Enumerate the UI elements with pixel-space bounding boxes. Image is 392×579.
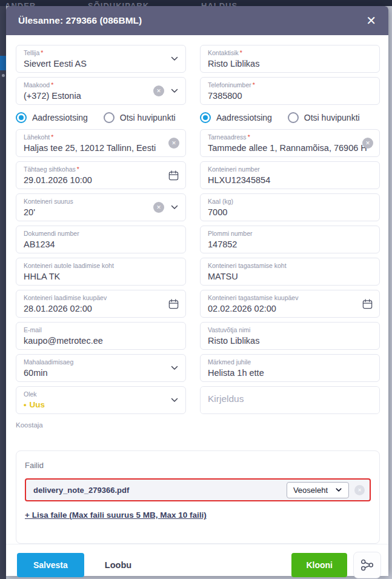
- required-asterisk: *: [240, 49, 242, 56]
- kirjeldus-textarea[interactable]: [200, 386, 380, 414]
- lahekoht-field[interactable]: Lähekoht* Haljas tee 25, 12012 Tallinn, …: [16, 129, 186, 157]
- email-field[interactable]: E-mail kaupo@metrotec.ee: [16, 322, 186, 350]
- field-value: Risto Liblikas: [208, 58, 372, 70]
- field-label: Vastuvõtja nimi: [208, 326, 372, 334]
- required-asterisk: *: [248, 133, 250, 141]
- modal-title: Ülesanne: 279366 (086BML): [18, 15, 142, 26]
- markmed-juhile-field[interactable]: Märkmed juhile Helista 1h ette: [200, 354, 380, 382]
- field-label: Märkmed juhile: [208, 358, 372, 366]
- field-value: Tammede allee 1, Rannamõisa, 76906 H: [208, 142, 372, 154]
- kaal-field[interactable]: Kaal (kg) 7000: [200, 193, 380, 221]
- destination-radio-otsi-huvipunkti[interactable]: Otsi huvipunkti: [288, 112, 360, 123]
- olek-select-field[interactable]: Olek •Uus: [16, 386, 186, 414]
- kirjeldus-input[interactable]: [201, 387, 379, 413]
- close-icon[interactable]: ✕: [366, 15, 376, 27]
- clear-icon[interactable]: ✕: [153, 202, 164, 213]
- modal-header: Ülesanne: 279366 (086BML) ✕: [6, 6, 388, 35]
- field-label: Tellija*: [24, 49, 178, 57]
- radio-unselected-icon: [288, 112, 299, 123]
- share-button[interactable]: [353, 552, 381, 578]
- files-section-label: Failid: [25, 461, 371, 470]
- chevron-down-icon[interactable]: [170, 54, 179, 64]
- konteineri-suurus-select-field[interactable]: Konteineri suurus 20' ✕: [16, 193, 186, 221]
- file-row: delivery_note_279366.pdf Veoseleht ✕: [25, 478, 371, 501]
- share-network-icon: [360, 558, 374, 572]
- chevron-down-icon[interactable]: [170, 363, 179, 373]
- laadimise-kuupaev-field[interactable]: Konteineri laadimise kuupäev 28.01.2026 …: [16, 290, 186, 318]
- field-value: Haljas tee 25, 12012 Tallinn, Eesti: [24, 142, 178, 154]
- field-value: Risto Liblikas: [208, 335, 372, 347]
- modal-body: Tellija* Sievert Eesti AS Kontaktisik* R…: [6, 35, 388, 544]
- field-value: 7000: [208, 206, 372, 218]
- field-label: Konteineri tagastamise koht: [208, 262, 372, 270]
- field-label: Dokumendi number: [24, 230, 178, 238]
- chevron-down-icon[interactable]: [170, 395, 179, 405]
- field-label: Kontaktisik*: [208, 49, 372, 57]
- plommi-number-field[interactable]: Plommi number 147852: [200, 226, 380, 253]
- kontaktisik-field[interactable]: Kontaktisik* Risto Liblikas: [200, 45, 380, 73]
- calendar-icon[interactable]: [168, 170, 179, 181]
- field-label: Konteineri number: [208, 166, 372, 173]
- laadimise-koht-field[interactable]: Konteineri autole laadimise koht HHLA TK: [16, 258, 186, 286]
- required-asterisk: *: [77, 166, 79, 173]
- save-button[interactable]: Salvesta: [17, 553, 84, 577]
- field-label: Kaal (kg): [208, 198, 372, 206]
- origin-radio-otsi-huvipunkti[interactable]: Otsi huvipunkti: [104, 112, 176, 123]
- modal-footer: Salvesta Loobu Klooni: [6, 544, 388, 579]
- destination-radio-aadressiotsing[interactable]: Aadressiotsing: [200, 112, 272, 123]
- clear-icon[interactable]: ✕: [153, 85, 164, 96]
- konteineri-number-field[interactable]: Konteineri number HLXU12345854: [200, 161, 380, 189]
- tagastamise-koht-field[interactable]: Konteineri tagastamise koht MATSU: [200, 258, 380, 286]
- required-asterisk: *: [41, 49, 43, 56]
- field-label: Konteineri laadimise kuupäev: [24, 294, 178, 302]
- field-label: Lähekoht*: [24, 133, 178, 141]
- file-name: delivery_note_279366.pdf: [33, 486, 287, 495]
- chevron-down-icon[interactable]: [170, 86, 179, 96]
- cancel-button[interactable]: Loobu: [105, 560, 131, 570]
- maakood-select-field[interactable]: Maakood* (+372) Estonia ✕: [16, 77, 186, 105]
- remove-file-icon[interactable]: ✕: [354, 485, 365, 495]
- chevron-down-icon[interactable]: [170, 202, 179, 212]
- field-label: Konteineri autole laadimise koht: [24, 262, 178, 270]
- field-value: HLXU12345854: [208, 174, 372, 186]
- field-label: Konteineri tagastamise kuupäev: [208, 294, 372, 302]
- required-asterisk: *: [51, 81, 53, 89]
- dokumendi-number-field[interactable]: Dokumendi number AB1234: [16, 226, 186, 253]
- background-nav-item: ANDER: [5, 1, 36, 6]
- radio-selected-icon: [200, 112, 211, 123]
- clear-icon[interactable]: ✕: [168, 138, 179, 149]
- tarneaadress-field[interactable]: Tarneaadress* Tammede allee 1, Rannamõis…: [200, 129, 380, 157]
- file-type-select[interactable]: Veoseleht: [287, 482, 349, 498]
- form-grid: Tellija* Sievert Eesti AS Kontaktisik* R…: [16, 45, 380, 414]
- tellija-select-field[interactable]: Tellija* Sievert Eesti AS: [16, 45, 186, 73]
- field-label: Tarneaadress*: [208, 133, 372, 141]
- origin-radio-aadressiotsing[interactable]: Aadressiotsing: [16, 112, 88, 123]
- telefoninumber-field[interactable]: Telefoninumber* 7385800: [200, 77, 380, 105]
- calendar-icon[interactable]: [362, 298, 373, 310]
- field-value: 29.01.2026 10:00: [24, 174, 178, 186]
- status-dot-icon: •: [24, 400, 27, 409]
- background-nav-item: HALDUS: [201, 1, 238, 6]
- field-value: 147852: [208, 238, 372, 250]
- tagastamise-kuupaev-field[interactable]: Konteineri tagastamise kuupäev 02.02.202…: [200, 290, 380, 318]
- background-navbar: ANDER SÕIDUKIPARK HALDUS: [0, 0, 392, 6]
- status-badge: •Uus: [24, 399, 178, 411]
- field-value: MATSU: [208, 270, 372, 283]
- clear-icon[interactable]: ✕: [362, 138, 373, 149]
- background-sidebar: [0, 6, 6, 579]
- add-files-link[interactable]: + Lisa faile (Max faili suurus 5 MB, Max…: [25, 510, 207, 520]
- field-label: Plommi number: [208, 230, 372, 238]
- clone-button[interactable]: Klooni: [291, 553, 347, 577]
- calendar-icon[interactable]: [168, 298, 179, 310]
- vastuvotja-nimi-field[interactable]: Vastuvõtja nimi Risto Liblikas: [200, 322, 380, 350]
- tahtaeg-sihtkohas-field[interactable]: Tähtaeg sihtkohas* 29.01.2026 10:00: [16, 161, 186, 189]
- background-nav-item: SÕIDUKIPARK: [88, 1, 149, 6]
- field-value: 7385800: [208, 90, 372, 102]
- field-value: kaupo@metrotec.ee: [24, 335, 178, 347]
- field-value: 02.02.2026 02:00: [208, 303, 372, 315]
- screen: ANDER SÕIDUKIPARK HALDUS Ülesanne: 27936…: [0, 0, 392, 579]
- field-label: Tähtaeg sihtkohas*: [24, 166, 178, 173]
- field-label: Telefoninumber*: [208, 81, 372, 89]
- files-section: Failid delivery_note_279366.pdf Veoseleh…: [16, 450, 380, 544]
- mahalaadimisaeg-select-field[interactable]: Mahalaadimisaeg 60min: [16, 354, 186, 382]
